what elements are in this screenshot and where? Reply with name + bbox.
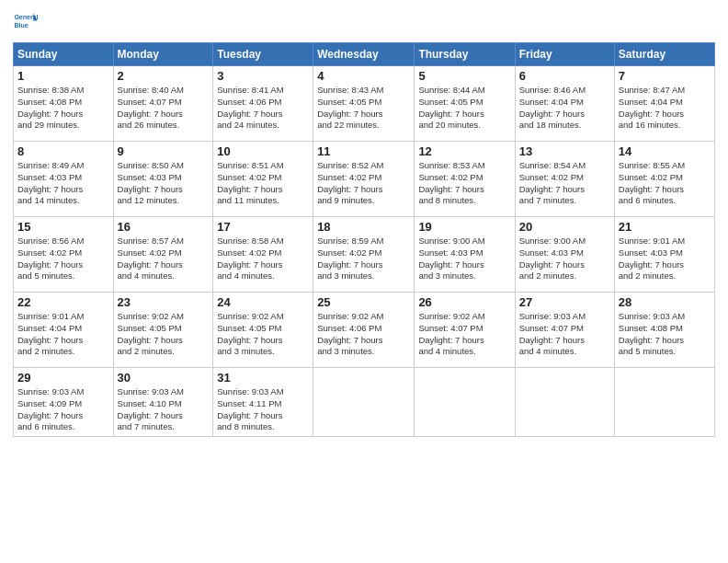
- detail-line: Daylight: 7 hours: [118, 410, 210, 422]
- day-detail: Sunrise: 8:59 AMSunset: 4:02 PMDaylight:…: [317, 236, 410, 282]
- day-detail: Sunrise: 9:03 AMSunset: 4:08 PMDaylight:…: [619, 311, 711, 358]
- detail-line: Sunrise: 9:03 AM: [118, 386, 210, 398]
- detail-line: Daylight: 7 hours: [418, 259, 510, 271]
- calendar-cell: 30Sunrise: 9:03 AMSunset: 4:10 PMDayligh…: [113, 368, 213, 437]
- detail-line: and 11 minutes.: [217, 195, 309, 207]
- day-number: 7: [619, 69, 711, 83]
- detail-line: Sunrise: 8:59 AM: [317, 236, 410, 247]
- calendar-cell: [313, 368, 415, 437]
- day-detail: Sunrise: 8:41 AMSunset: 4:06 PMDaylight:…: [217, 85, 309, 132]
- day-detail: Sunrise: 8:57 AMSunset: 4:02 PMDaylight:…: [118, 236, 210, 282]
- calendar-cell: 4Sunrise: 8:43 AMSunset: 4:05 PMDaylight…: [313, 66, 415, 142]
- detail-line: and 12 minutes.: [118, 195, 210, 207]
- detail-line: Sunrise: 8:41 AM: [217, 85, 309, 97]
- detail-line: and 4 minutes.: [418, 346, 510, 358]
- day-number: 10: [217, 144, 309, 158]
- calendar-cell: 27Sunrise: 9:03 AMSunset: 4:07 PMDayligh…: [515, 293, 614, 368]
- detail-line: Daylight: 7 hours: [317, 259, 410, 271]
- day-number: 26: [418, 295, 510, 309]
- detail-line: Sunrise: 9:01 AM: [17, 311, 109, 323]
- svg-text:Blue: Blue: [14, 22, 28, 29]
- calendar-cell: 11Sunrise: 8:52 AMSunset: 4:02 PMDayligh…: [313, 142, 415, 217]
- detail-line: Daylight: 7 hours: [118, 259, 210, 271]
- detail-line: and 7 minutes.: [519, 195, 610, 207]
- day-number: 24: [217, 295, 309, 309]
- day-number: 11: [317, 144, 410, 158]
- detail-line: Sunset: 4:02 PM: [619, 172, 711, 184]
- detail-line: Sunrise: 8:40 AM: [118, 85, 210, 97]
- detail-line: Sunrise: 9:02 AM: [418, 311, 510, 323]
- detail-line: and 26 minutes.: [118, 120, 210, 132]
- calendar-cell: 6Sunrise: 8:46 AMSunset: 4:04 PMDaylight…: [515, 66, 614, 142]
- detail-line: Sunset: 4:02 PM: [17, 247, 109, 259]
- day-number: 20: [519, 220, 610, 234]
- detail-line: Sunset: 4:05 PM: [418, 97, 510, 109]
- detail-line: Sunset: 4:03 PM: [619, 247, 711, 259]
- detail-line: Sunrise: 9:02 AM: [217, 311, 309, 323]
- day-number: 5: [418, 69, 510, 83]
- detail-line: Daylight: 7 hours: [317, 184, 410, 196]
- detail-line: Sunset: 4:02 PM: [317, 172, 410, 184]
- calendar-cell: 18Sunrise: 8:59 AMSunset: 4:02 PMDayligh…: [313, 217, 415, 293]
- day-number: 16: [118, 220, 210, 234]
- detail-line: and 3 minutes.: [217, 346, 309, 358]
- detail-line: Sunset: 4:05 PM: [118, 323, 210, 335]
- detail-line: and 2 minutes.: [619, 270, 711, 282]
- day-detail: Sunrise: 9:00 AMSunset: 4:03 PMDaylight:…: [418, 236, 510, 282]
- day-number: 2: [118, 69, 210, 83]
- detail-line: and 4 minutes.: [118, 270, 210, 282]
- day-detail: Sunrise: 8:52 AMSunset: 4:02 PMDaylight:…: [317, 160, 410, 207]
- detail-line: Sunrise: 8:57 AM: [118, 236, 210, 247]
- detail-line: Sunset: 4:04 PM: [519, 97, 610, 109]
- calendar-cell: 28Sunrise: 9:03 AMSunset: 4:08 PMDayligh…: [614, 293, 714, 368]
- day-number: 8: [17, 144, 109, 158]
- day-detail: Sunrise: 9:02 AMSunset: 4:05 PMDaylight:…: [217, 311, 309, 358]
- day-detail: Sunrise: 9:02 AMSunset: 4:06 PMDaylight:…: [317, 311, 410, 358]
- day-detail: Sunrise: 9:03 AMSunset: 4:11 PMDaylight:…: [217, 386, 309, 433]
- detail-line: Sunrise: 9:03 AM: [17, 386, 109, 398]
- detail-line: Daylight: 7 hours: [118, 109, 210, 121]
- day-detail: Sunrise: 9:03 AMSunset: 4:09 PMDaylight:…: [17, 386, 109, 433]
- calendar-cell: 14Sunrise: 8:55 AMSunset: 4:02 PMDayligh…: [614, 142, 714, 217]
- calendar-cell: 13Sunrise: 8:54 AMSunset: 4:02 PMDayligh…: [515, 142, 614, 217]
- logo-icon: General Blue: [13, 9, 39, 35]
- detail-line: Sunset: 4:04 PM: [17, 323, 109, 335]
- week-row-3: 15Sunrise: 8:56 AMSunset: 4:02 PMDayligh…: [14, 217, 715, 293]
- detail-line: Daylight: 7 hours: [519, 259, 610, 271]
- week-row-1: 1Sunrise: 8:38 AMSunset: 4:08 PMDaylight…: [14, 66, 715, 142]
- detail-line: Sunrise: 9:01 AM: [619, 236, 711, 247]
- detail-line: Daylight: 7 hours: [519, 184, 610, 196]
- day-detail: Sunrise: 9:01 AMSunset: 4:03 PMDaylight:…: [619, 236, 711, 282]
- detail-line: Daylight: 7 hours: [217, 410, 309, 422]
- detail-line: and 3 minutes.: [317, 346, 410, 358]
- detail-line: Sunset: 4:05 PM: [217, 323, 309, 335]
- day-detail: Sunrise: 9:03 AMSunset: 4:07 PMDaylight:…: [519, 311, 610, 358]
- detail-line: Daylight: 7 hours: [418, 109, 510, 121]
- detail-line: Sunrise: 8:43 AM: [317, 85, 410, 97]
- detail-line: Sunset: 4:11 PM: [217, 398, 309, 410]
- col-header-sunday: Sunday: [14, 43, 114, 66]
- detail-line: Sunset: 4:02 PM: [519, 172, 610, 184]
- detail-line: and 4 minutes.: [519, 346, 610, 358]
- detail-line: and 5 minutes.: [619, 346, 711, 358]
- detail-line: Daylight: 7 hours: [418, 335, 510, 347]
- calendar-cell: 22Sunrise: 9:01 AMSunset: 4:04 PMDayligh…: [14, 293, 114, 368]
- detail-line: Sunrise: 9:03 AM: [217, 386, 309, 398]
- week-row-5: 29Sunrise: 9:03 AMSunset: 4:09 PMDayligh…: [14, 368, 715, 437]
- day-detail: Sunrise: 9:00 AMSunset: 4:03 PMDaylight:…: [519, 236, 610, 282]
- detail-line: Sunset: 4:04 PM: [619, 97, 711, 109]
- header: General Blue: [13, 9, 715, 35]
- day-detail: Sunrise: 8:50 AMSunset: 4:03 PMDaylight:…: [118, 160, 210, 207]
- detail-line: and 4 minutes.: [217, 270, 309, 282]
- detail-line: Sunset: 4:10 PM: [118, 398, 210, 410]
- detail-line: Sunset: 4:08 PM: [619, 323, 711, 335]
- detail-line: Sunset: 4:06 PM: [317, 323, 410, 335]
- calendar-cell: [415, 368, 515, 437]
- day-detail: Sunrise: 8:54 AMSunset: 4:02 PMDaylight:…: [519, 160, 610, 207]
- detail-line: Daylight: 7 hours: [217, 184, 309, 196]
- calendar-cell: 3Sunrise: 8:41 AMSunset: 4:06 PMDaylight…: [213, 66, 313, 142]
- detail-line: Sunset: 4:06 PM: [217, 97, 309, 109]
- detail-line: and 22 minutes.: [317, 120, 410, 132]
- detail-line: Daylight: 7 hours: [519, 109, 610, 121]
- page: General Blue SundayMondayTuesdayWednesda…: [0, 0, 728, 563]
